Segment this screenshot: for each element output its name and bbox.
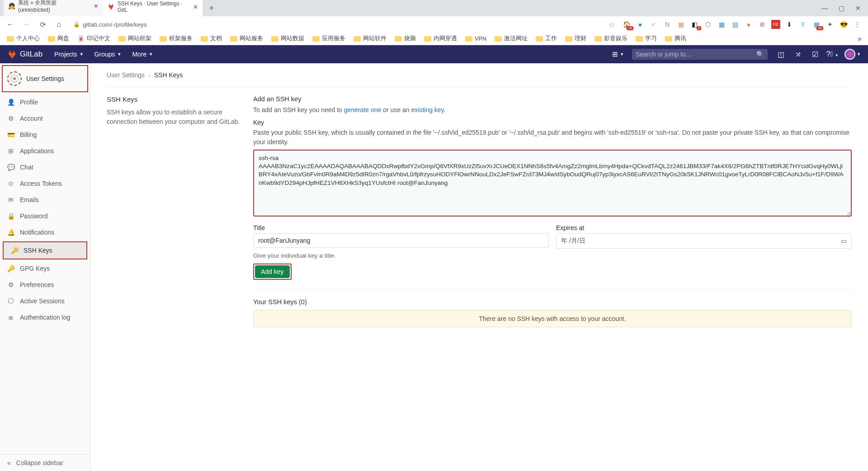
chevron-down-icon: ▼ — [857, 52, 861, 57]
sidebar-item-password[interactable]: 🔒Password — [0, 208, 90, 224]
title-input[interactable] — [253, 233, 549, 248]
ext-icon[interactable]: ⬇ — [785, 20, 794, 29]
maximize-icon[interactable]: ▢ — [839, 5, 844, 12]
sidebar-item-account[interactable]: ⚙Account — [0, 110, 90, 127]
sidebar-header[interactable]: User Settings — [2, 65, 88, 92]
ext-icon[interactable]: ▦ — [812, 20, 821, 29]
ext-icon[interactable]: ▤ — [731, 20, 740, 29]
bookmark-item[interactable]: 网站框架 — [115, 33, 155, 44]
ext-icon[interactable]: ⊘ — [758, 20, 767, 29]
bookmark-item[interactable]: 学习 — [632, 33, 660, 44]
sidebar-item-chat[interactable]: 💬Chat — [0, 159, 90, 175]
bookmark-item[interactable]: 理财 — [562, 33, 590, 44]
sidebar-item-applications[interactable]: ⊞Applications — [0, 143, 90, 159]
minimize-icon[interactable]: — — [821, 5, 828, 12]
ext-icon[interactable]: ◧ — [690, 20, 699, 29]
bookmark-item[interactable]: 工作 — [533, 33, 560, 44]
bookmark-item[interactable]: 网站软件 — [350, 33, 390, 44]
search-icon[interactable]: 🔍 — [756, 51, 764, 58]
bookmark-item[interactable]: 🀄印记中文 — [74, 33, 113, 44]
nav-more[interactable]: More▼ — [127, 47, 157, 61]
sidebar-item-ssh-keys[interactable]: 🔑SSH Keys — [3, 241, 87, 259]
new-tab-button[interactable]: + — [205, 2, 218, 14]
close-window-icon[interactable]: ✕ — [855, 5, 861, 12]
sidebar-item-profile[interactable]: 👤Profile — [0, 94, 90, 110]
reload-button[interactable]: ⟳ — [36, 18, 49, 31]
generate-one-link[interactable]: generate one — [344, 106, 382, 113]
close-icon[interactable]: ✕ — [94, 3, 99, 9]
bookmark-item[interactable]: 个人中心 — [4, 33, 43, 44]
tab-title: SSH Keys · User Settings · GitL — [118, 0, 189, 13]
bookmark-item[interactable]: 文档 — [198, 33, 225, 44]
ext-icon[interactable]: N — [663, 20, 672, 29]
folder-icon — [594, 36, 602, 42]
sidebar-item-billing[interactable]: 💳Billing — [0, 127, 90, 143]
chevron-down-icon: ▼ — [149, 52, 153, 57]
existing-key-link[interactable]: existing key — [411, 106, 444, 113]
ssh-key-textarea[interactable] — [253, 150, 852, 217]
ext-puzzle-icon[interactable]: ✦ — [826, 20, 835, 29]
ext-icon[interactable]: 😎 — [839, 20, 848, 29]
bookmark-item[interactable]: 网站数据 — [268, 33, 307, 44]
nav-groups[interactable]: Groups▼ — [90, 47, 126, 61]
bookmark-item[interactable]: 应用服务 — [309, 33, 349, 44]
ext-icon[interactable]: Y — [798, 20, 807, 29]
issues-icon[interactable]: ◫ — [773, 50, 788, 59]
sidebar-item-notifications[interactable]: 🔔Notifications — [0, 224, 90, 240]
ext-icon[interactable]: ✓ — [649, 20, 658, 29]
bookmark-item[interactable]: 网站服务 — [227, 33, 266, 44]
ext-icon[interactable]: ▦ — [717, 20, 726, 29]
user-menu[interactable]: ▼ — [842, 49, 861, 60]
breadcrumb-parent[interactable]: User Settings — [107, 71, 145, 79]
bookmark-item[interactable]: 网盘 — [45, 33, 72, 44]
window-controls: — ▢ ✕ — [821, 5, 868, 12]
todos-icon[interactable]: ☑ — [807, 50, 823, 59]
ext-icon[interactable]: ▦ — [676, 20, 685, 29]
sidebar-item-emails[interactable]: ✉Emails — [0, 192, 90, 208]
sidebar-item-auth-log[interactable]: ≣Authentication log — [0, 309, 90, 325]
folder-icon — [230, 36, 237, 42]
new-button[interactable]: ⊞▼ — [609, 47, 627, 61]
ext-icon[interactable]: FE — [771, 20, 780, 29]
back-button[interactable]: ← — [4, 18, 16, 31]
ext-icon[interactable]: 🏠 — [622, 20, 631, 29]
bookmark-item[interactable]: 激活网址 — [491, 33, 531, 44]
home-button[interactable]: ⌂ — [52, 18, 65, 31]
tab-jenkins[interactable]: 👧 系统 » 全局凭据 (unrestricted) ✕ — [4, 0, 103, 16]
bookmark-item[interactable]: 内网穿透 — [421, 33, 460, 44]
ext-icon[interactable]: ● — [636, 20, 645, 29]
collapse-sidebar-button[interactable]: « Collapse sidebar — [0, 454, 90, 471]
bell-icon: 🔔 — [7, 229, 14, 236]
close-icon[interactable]: ✕ — [193, 4, 198, 10]
bookmarks-overflow-icon[interactable]: » — [858, 35, 864, 43]
add-key-button[interactable]: Add key — [255, 265, 290, 278]
help-icon[interactable]: ?⃝ ▼ — [825, 50, 840, 58]
folder-icon — [665, 36, 672, 42]
nav-projects[interactable]: Projects▼ — [50, 47, 88, 61]
gitlab-logo[interactable]: GitLab — [7, 49, 42, 59]
bookmark-item[interactable]: VPN — [462, 34, 490, 43]
star-icon[interactable]: ☆ — [609, 20, 615, 29]
bookmark-item[interactable]: 烧脑 — [392, 33, 419, 44]
folder-icon — [495, 36, 502, 42]
bookmark-item[interactable]: 腾讯 — [662, 33, 689, 44]
expires-input[interactable]: 年 /月/日 ▭ — [556, 233, 852, 249]
sidebar-item-gpg-keys[interactable]: 🔑GPG Keys — [0, 260, 90, 277]
calendar-icon: ▭ — [841, 237, 847, 245]
bookmark-item[interactable]: 影音娱乐 — [591, 33, 631, 44]
chrome-menu-icon[interactable]: ⋮ — [853, 20, 862, 29]
merge-requests-icon[interactable]: ⤯ — [790, 50, 806, 59]
tab-gitlab[interactable]: SSH Keys · User Settings · GitL ✕ — [103, 0, 203, 16]
favicon-gitlab — [108, 3, 115, 10]
search-input[interactable] — [636, 51, 756, 58]
bookmark-item[interactable]: 框架服务 — [156, 33, 196, 44]
browser-chrome: 👧 系统 » 全局凭据 (unrestricted) ✕ SSH Keys · … — [0, 0, 868, 45]
url-field[interactable]: 🔒 gitlab.com/-/profile/keys — [69, 19, 605, 30]
forward-button[interactable]: → — [20, 18, 33, 31]
sidebar-item-active-sessions[interactable]: 🖵Active Sessions — [0, 293, 90, 309]
sidebar-item-preferences[interactable]: ⚙Preferences — [0, 277, 90, 293]
ext-icon[interactable]: ● — [744, 20, 753, 29]
ext-icon[interactable]: ⬡ — [703, 20, 712, 29]
sidebar-item-access-tokens[interactable]: ⊙Access Tokens — [0, 175, 90, 192]
search-bar[interactable]: 🔍 — [632, 49, 768, 60]
